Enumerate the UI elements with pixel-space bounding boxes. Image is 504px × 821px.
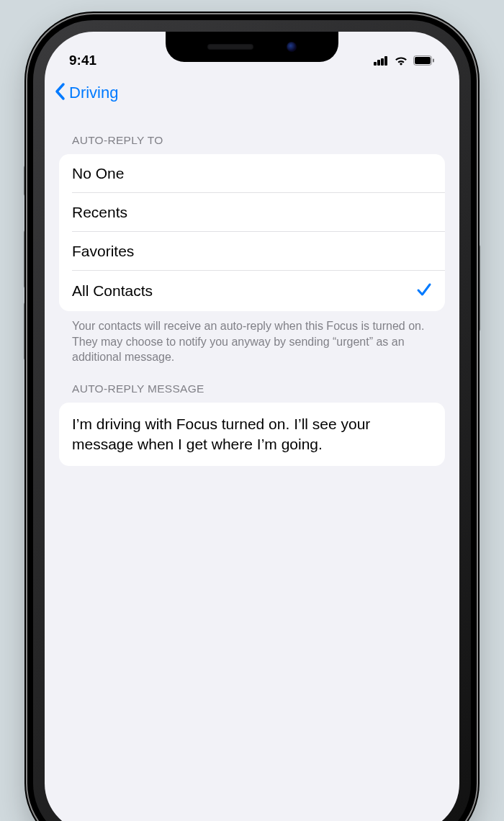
phone-device: 9:41 Driving Auto-Reply To xyxy=(27,14,477,821)
content-area: Auto-Reply To No One Recents Favorites A… xyxy=(45,117,459,466)
svg-rect-1 xyxy=(415,57,431,64)
auto-reply-message-card[interactable]: I’m driving with Focus turned on. I’ll s… xyxy=(59,403,445,467)
checkmark-icon xyxy=(416,282,432,300)
auto-reply-message-text: I’m driving with Focus turned on. I’ll s… xyxy=(72,414,432,455)
section-header-auto-reply-to: Auto-Reply To xyxy=(59,117,445,154)
option-favorites[interactable]: Favorites xyxy=(59,232,445,271)
option-label: All Contacts xyxy=(72,282,153,300)
section-footer-auto-reply-to: Your contacts will receive an auto-reply… xyxy=(59,311,445,365)
cellular-icon xyxy=(374,56,389,66)
wifi-icon xyxy=(394,55,408,66)
option-recents[interactable]: Recents xyxy=(59,193,445,232)
option-label: Favorites xyxy=(72,243,134,260)
option-label: Recents xyxy=(72,204,127,221)
svg-rect-2 xyxy=(433,59,434,63)
auto-reply-to-list: No One Recents Favorites All Contacts xyxy=(59,154,445,311)
option-no-one[interactable]: No One xyxy=(59,154,445,193)
battery-icon xyxy=(413,55,435,66)
front-camera xyxy=(287,42,297,52)
option-all-contacts[interactable]: All Contacts xyxy=(59,271,445,311)
back-button-label[interactable]: Driving xyxy=(69,84,118,102)
navigation-bar: Driving xyxy=(45,75,459,117)
status-indicators xyxy=(374,55,435,66)
display-notch xyxy=(166,32,338,62)
section-header-auto-reply-message: Auto-Reply Message xyxy=(59,365,445,403)
back-chevron-icon[interactable] xyxy=(53,82,66,104)
earpiece-speaker xyxy=(207,44,253,50)
screen: 9:41 Driving Auto-Reply To xyxy=(45,32,459,821)
option-label: No One xyxy=(72,165,124,182)
status-time: 9:41 xyxy=(69,53,96,68)
